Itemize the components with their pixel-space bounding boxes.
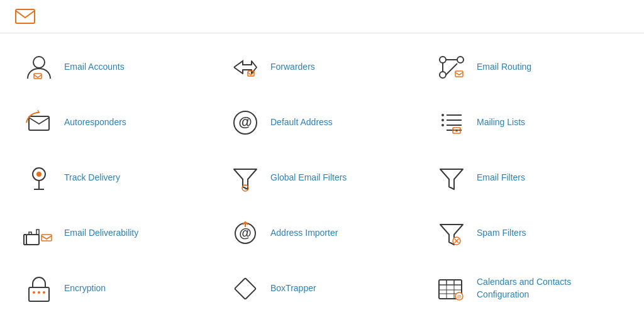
- calendars-contacts-configuration-label: Calendars and Contacts Configuration: [477, 276, 621, 301]
- mailing-lists-icon: [435, 106, 468, 139]
- calendars-contacts-configuration-icon: @: [435, 272, 468, 305]
- email-filters-icon: [435, 162, 468, 194]
- grid-item-boxtrapper[interactable]: BoxTrapper: [219, 261, 425, 316]
- email-deliverability-label: Email Deliverability: [64, 227, 138, 240]
- items-grid: Email Accounts Forwarders Email Routing …: [0, 33, 644, 322]
- svg-text:@: @: [457, 294, 462, 299]
- page-header: [0, 0, 644, 33]
- boxtrapper-label: BoxTrapper: [270, 282, 316, 295]
- grid-item-calendars-contacts-management[interactable]: Calendars and Contacts Management: [219, 316, 425, 322]
- spam-filters-icon: [435, 217, 468, 250]
- forwarders-icon: [229, 51, 262, 84]
- global-email-filters-label: Global Email Filters: [270, 172, 347, 184]
- mailing-lists-label: Mailing Lists: [477, 116, 525, 129]
- svg-point-6: [440, 72, 446, 78]
- email-routing-icon: [435, 51, 468, 84]
- svg-rect-32: [36, 230, 39, 235]
- grid-item-spam-filters[interactable]: Spam Filters: [425, 206, 631, 261]
- encryption-label: Encryption: [64, 282, 106, 295]
- svg-point-5: [457, 57, 464, 63]
- global-email-filters-icon: [229, 162, 262, 194]
- email-accounts-label: Email Accounts: [64, 61, 125, 74]
- grid-item-email-routing[interactable]: Email Routing: [425, 40, 631, 95]
- svg-point-1: [33, 57, 45, 68]
- grid-item-autoresponders[interactable]: Autoresponders: [13, 95, 219, 150]
- email-accounts-icon: [23, 51, 55, 84]
- svg-text:@: @: [238, 114, 252, 130]
- track-delivery-icon: [23, 162, 55, 194]
- email-deliverability-icon: [23, 217, 55, 250]
- svg-point-28: [245, 189, 246, 190]
- grid-item-forwarders[interactable]: Forwarders: [219, 40, 425, 95]
- svg-rect-44: [29, 287, 49, 301]
- address-importer-icon: @: [229, 217, 262, 250]
- grid-item-email-filters[interactable]: Email Filters: [425, 150, 631, 206]
- svg-point-23: [36, 172, 42, 177]
- svg-marker-25: [234, 169, 257, 189]
- svg-point-19: [441, 119, 444, 121]
- default-address-label: Default Address: [270, 116, 333, 129]
- spam-filters-label: Spam Filters: [477, 227, 526, 240]
- address-importer-label: Address Importer: [270, 227, 338, 240]
- svg-rect-30: [26, 235, 39, 245]
- autoresponders-icon: [23, 106, 55, 139]
- track-delivery-label: Track Delivery: [64, 172, 120, 184]
- svg-point-45: [33, 291, 35, 294]
- svg-rect-11: [29, 116, 49, 130]
- forwarders-label: Forwarders: [270, 61, 315, 74]
- svg-point-4: [440, 57, 446, 63]
- svg-point-46: [38, 291, 40, 294]
- grid-item-track-delivery[interactable]: Track Delivery: [13, 150, 219, 206]
- grid-item-default-address[interactable]: @ Default Address: [219, 95, 425, 150]
- default-address-icon: @: [229, 106, 262, 139]
- encryption-icon: [23, 272, 55, 305]
- svg-point-20: [441, 124, 444, 126]
- svg-marker-29: [440, 169, 463, 189]
- svg-rect-31: [29, 232, 31, 235]
- email-routing-label: Email Routing: [477, 61, 531, 74]
- svg-rect-10: [455, 71, 463, 77]
- grid-item-address-importer[interactable]: @ Address Importer: [219, 206, 425, 261]
- grid-item-calendars-contacts-configuration[interactable]: @ Calendars and Contacts Configuration: [425, 261, 631, 316]
- grid-item-encryption[interactable]: Encryption: [13, 261, 219, 316]
- autoresponders-label: Autoresponders: [64, 116, 126, 129]
- email-filters-label: Email Filters: [477, 172, 525, 184]
- svg-point-47: [43, 291, 45, 294]
- svg-text:@: @: [239, 226, 252, 240]
- svg-rect-36: [42, 235, 52, 241]
- svg-point-18: [441, 114, 444, 116]
- grid-item-calendars-contacts-sharing[interactable]: Calendars and Contacts Sharing: [13, 316, 219, 322]
- grid-item-mailing-lists[interactable]: Mailing Lists: [425, 95, 631, 150]
- boxtrapper-icon: [229, 272, 262, 305]
- email-header-icon: [15, 9, 35, 24]
- svg-rect-0: [16, 9, 35, 23]
- grid-item-email-deliverability[interactable]: Email Deliverability: [13, 206, 219, 261]
- grid-item-email-accounts[interactable]: Email Accounts: [13, 40, 219, 95]
- grid-item-global-email-filters[interactable]: Global Email Filters: [219, 150, 425, 206]
- svg-rect-48: [235, 278, 256, 299]
- grid-item-email-disk-usage[interactable]: Email Disk Usage: [425, 316, 631, 322]
